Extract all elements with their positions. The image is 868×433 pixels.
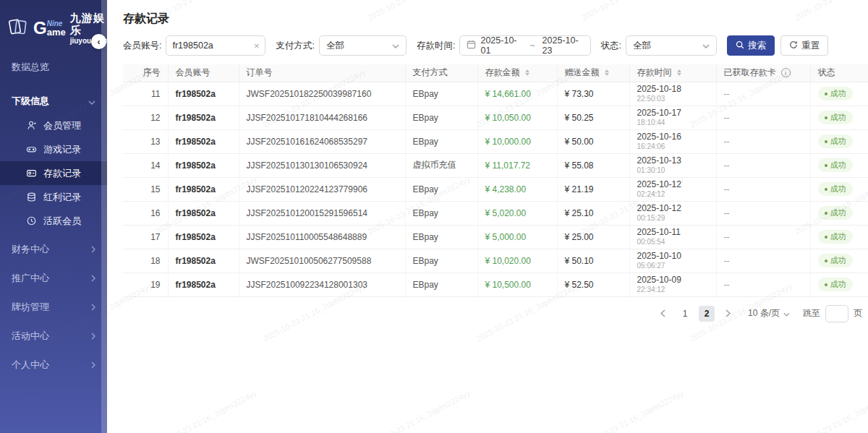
account-label: 会员账号: — [123, 40, 161, 52]
sidebar-section-label: 财务中心 — [12, 243, 49, 256]
menu-icon — [26, 144, 37, 155]
cell-deposit-time: 2025-10-1822:50:03 — [629, 82, 716, 106]
search-button[interactable]: 搜索 — [727, 35, 775, 56]
cell-deposit-time: 2025-10-1202:24:12 — [629, 177, 716, 201]
cell-deposit-amount: ¥ 10,000.00 — [477, 129, 557, 153]
status-badge: 成功 — [818, 87, 853, 100]
chevron-right-icon — [91, 360, 95, 371]
cell-serial: 13 — [123, 129, 168, 153]
cell-bonus-amount: ¥ 25.00 — [557, 225, 629, 249]
cell-payment-method: EBpay — [405, 249, 477, 273]
sidebar-item-sub[interactable]: 游戏记录 — [0, 137, 107, 161]
account-input[interactable] — [172, 40, 250, 51]
cell-account: fr198502a — [168, 225, 239, 249]
date-range-picker[interactable]: 2025-10-01 ~ 2025-10-23 — [459, 35, 591, 56]
deposit-clock-time: 16:24:06 — [637, 142, 709, 151]
cell-deposit-card: -- — [716, 82, 810, 106]
deposit-clock-time: 01:30:10 — [637, 166, 709, 175]
reset-icon — [789, 40, 798, 51]
sidebar-section[interactable]: 个人中心 — [0, 353, 107, 377]
collapse-chevron-icon: ‹ — [98, 37, 101, 47]
sort-icon[interactable] — [525, 69, 529, 76]
column-label: 状态 — [818, 67, 835, 79]
column-header: 支付方式 — [405, 64, 477, 82]
status-text: 成功 — [830, 231, 846, 242]
cell-deposit-time: 2025-10-1718:10:44 — [629, 106, 716, 129]
column-header: 已获取存款卡i — [716, 64, 810, 82]
clear-icon[interactable]: × — [254, 40, 260, 51]
sidebar-section[interactable]: 活动中心 — [0, 324, 107, 348]
cell-serial: 19 — [123, 273, 168, 296]
sidebar-section[interactable]: 牌坊管理 — [0, 295, 107, 320]
date-start: 2025-10-01 — [480, 35, 522, 56]
cell-deposit-amount: ¥ 5,000.00 — [477, 225, 557, 249]
jump-label: 跳至 — [803, 307, 820, 320]
status-select[interactable]: 全部 — [626, 35, 717, 56]
sidebar-group-downline[interactable]: 下级信息 — [0, 89, 107, 113]
sidebar-collapse-button[interactable]: ‹ — [91, 34, 106, 49]
deposit-clock-time: 18:10:44 — [637, 119, 709, 127]
deposit-date: 2025-10-11 — [637, 227, 709, 238]
info-icon[interactable]: i — [781, 68, 791, 77]
sort-icon[interactable] — [605, 69, 609, 76]
column-header[interactable]: 赠送金额 — [557, 64, 629, 82]
table-row: 12fr198502aJJSF202510171810444268166EBpa… — [123, 106, 868, 129]
page-button-1[interactable]: 1 — [677, 306, 693, 322]
cell-deposit-amount: ¥ 10,500.00 — [477, 273, 557, 296]
page-size-select[interactable]: 10 条/页 — [748, 307, 790, 320]
sidebar-item-sub[interactable]: 会员管理 — [0, 113, 107, 137]
cell-deposit-time: 2025-10-1005:06:27 — [629, 249, 716, 273]
sidebar-sections: 财务中心推广中心牌坊管理活动中心个人中心 — [0, 237, 107, 377]
cell-serial: 12 — [123, 106, 168, 129]
cell-status: 成功 — [810, 273, 868, 296]
cell-bonus-amount: ¥ 50.00 — [557, 129, 629, 153]
status-badge: 成功 — [818, 158, 853, 172]
column-header[interactable]: 存款时间 — [629, 64, 716, 82]
column-header[interactable]: 存款金额 — [477, 64, 557, 82]
cell-deposit-amount: ¥ 4,238.00 — [477, 177, 557, 201]
column-label: 序号 — [143, 67, 161, 79]
sidebar-section[interactable]: 财务中心 — [0, 237, 107, 262]
cell-order-number: JWSF202510100506277509588 — [239, 249, 405, 273]
sidebar-submenu: 会员管理游戏记录存款记录红利记录活跃会员 — [0, 113, 107, 233]
deposit-date: 2025-10-17 — [637, 108, 709, 119]
sidebar-item-label: 数据总览 — [12, 61, 49, 74]
sidebar: G Nine ame 九游娱乐 jiuyou.com 数据总览 下级信息 会员管… — [0, 0, 107, 433]
reset-button[interactable]: 重置 — [780, 35, 828, 56]
cell-order-number: JJSF202510110005548648889 — [239, 225, 405, 249]
sort-icon[interactable] — [677, 69, 681, 76]
menu-icon — [26, 120, 37, 131]
cell-order-number: JJSF202510171810444268166 — [239, 106, 405, 129]
cell-deposit-card: -- — [716, 177, 810, 201]
cell-order-number: JWSF202510182250039987160 — [239, 82, 405, 106]
next-page-button[interactable] — [720, 306, 736, 322]
cell-status: 成功 — [810, 106, 868, 129]
column-header: 会员账号 — [168, 64, 239, 82]
main-panel: 存款记录 会员账号: × 支付方式: 全部 存款时间: 2025-10-01 ~… — [107, 0, 868, 433]
page-button-2-active[interactable]: 2 — [699, 306, 715, 322]
sidebar-item-sub[interactable]: 红利记录 — [0, 185, 107, 209]
cell-deposit-amount: ¥ 10,050.00 — [477, 106, 557, 129]
column-header: 状态 — [810, 64, 868, 82]
cell-status: 成功 — [810, 249, 868, 273]
cell-account: fr198502a — [168, 201, 239, 225]
sidebar-item-active[interactable]: 存款记录 — [0, 161, 107, 185]
cell-account: fr198502a — [168, 273, 239, 296]
cell-serial: 14 — [123, 153, 168, 177]
deposit-clock-time: 22:34:12 — [637, 286, 709, 294]
cell-payment-method: EBpay — [405, 225, 477, 249]
chevron-down-icon — [88, 96, 95, 107]
page-size-label: 10 条/页 — [748, 307, 780, 320]
jump-page-input[interactable] — [825, 305, 848, 322]
sidebar-section[interactable]: 推广中心 — [0, 266, 107, 291]
cell-serial: 16 — [123, 201, 168, 225]
payment-select[interactable]: 全部 — [319, 35, 407, 56]
page-title: 存款记录 — [123, 12, 864, 27]
cell-payment-method: EBpay — [405, 82, 477, 106]
sidebar-item-sub[interactable]: 活跃会员 — [0, 209, 107, 233]
sidebar-item-overview[interactable]: 数据总览 — [0, 55, 107, 80]
deposit-time-label: 存款时间: — [417, 40, 455, 52]
prev-page-button[interactable] — [655, 306, 671, 322]
status-dot-icon — [825, 116, 827, 119]
cell-deposit-time: 2025-10-1100:05:54 — [629, 225, 716, 249]
